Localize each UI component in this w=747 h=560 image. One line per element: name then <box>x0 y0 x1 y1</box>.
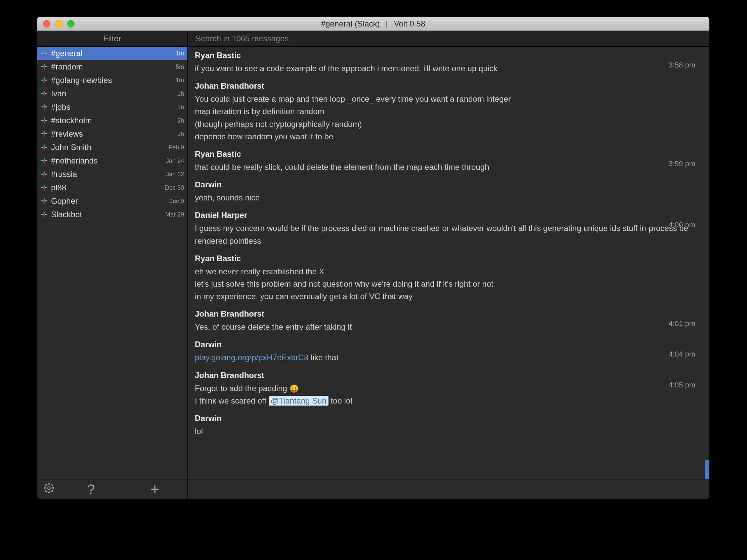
svg-rect-5 <box>45 66 47 67</box>
svg-rect-4 <box>41 66 44 67</box>
message-block: Darwinyeah, sounds nice <box>195 180 703 204</box>
svg-rect-10 <box>44 77 45 80</box>
sidebar-item-label: Slackbot <box>51 210 165 219</box>
add-button[interactable]: + <box>123 481 187 498</box>
message-author: Johan Brandhorst <box>195 309 703 319</box>
help-icon: ? <box>87 482 95 497</box>
gear-icon <box>44 482 54 496</box>
help-button[interactable]: ? <box>59 482 123 497</box>
title-separator: | <box>386 19 388 29</box>
svg-rect-9 <box>45 80 47 81</box>
sidebar-item-label: #jobs <box>51 102 177 112</box>
sidebar-item-label: John Smith <box>51 143 169 152</box>
sidebar-item-time: Dec 30 <box>165 184 184 191</box>
message-author: Ryan Bastic <box>195 150 703 159</box>
sidebar-item[interactable]: #stockholm2h <box>37 114 187 127</box>
slack-icon <box>40 116 48 125</box>
svg-rect-33 <box>45 160 47 161</box>
sidebar-item[interactable]: #jobs1h <box>37 100 187 114</box>
svg-rect-26 <box>44 131 45 134</box>
slack-icon <box>40 90 48 98</box>
svg-rect-12 <box>41 93 44 94</box>
sidebar-item[interactable]: #random5m <box>37 60 187 74</box>
sidebar-item-time: 5m <box>176 63 184 71</box>
settings-button[interactable] <box>39 482 59 496</box>
sidebar-item[interactable]: SlackbotMar 29 <box>37 208 187 221</box>
window-title: #general (Slack) | Volt 0.58 <box>37 19 710 29</box>
svg-rect-23 <box>44 121 45 124</box>
svg-rect-39 <box>44 175 45 177</box>
svg-rect-11 <box>44 81 45 83</box>
search-placeholder: Search in 1065 messages <box>196 34 289 43</box>
svg-rect-25 <box>45 133 47 134</box>
sidebar-item-time: Feb 9 <box>169 144 184 151</box>
message-author: Darwin <box>195 340 703 349</box>
message-author: Daniel Harper <box>195 211 703 220</box>
message-time: 3:59 pm <box>669 159 696 168</box>
message-line: play.golang.org/p/pxH7eExbrC8 like that <box>195 351 703 364</box>
sidebar-item-time: 1h <box>177 90 184 97</box>
slack-icon <box>40 143 48 152</box>
message-line: yeah, sounds nice <box>195 191 703 204</box>
message-link[interactable]: play.golang.org/p/pxH7eExbrC8 <box>195 353 308 362</box>
svg-rect-28 <box>41 147 44 148</box>
sidebar-item-label: #random <box>51 62 176 72</box>
message-line: let's just solve this problem and not qu… <box>195 278 703 290</box>
svg-rect-21 <box>45 120 47 121</box>
message-time: 3:58 pm <box>669 61 696 70</box>
message-line: You could just create a map and then loo… <box>195 93 703 105</box>
sidebar-item[interactable]: #reviews3h <box>37 127 187 141</box>
footer-left: ? + <box>37 479 188 499</box>
sidebar-item[interactable]: #netherlandsJan 24 <box>37 154 187 167</box>
svg-rect-32 <box>41 160 44 161</box>
svg-rect-22 <box>44 117 45 120</box>
footer: ? + <box>37 479 710 499</box>
svg-rect-40 <box>41 187 44 188</box>
sidebar-item[interactable]: Ivan1h <box>37 87 187 100</box>
svg-rect-37 <box>45 174 47 175</box>
message-line: eh we never really established the X <box>195 265 703 278</box>
message-line: if you want to see a code example of the… <box>195 62 703 75</box>
sidebar-item[interactable]: GopherDec 9 <box>37 194 187 208</box>
message-block: Ryan Basticeh we never really establishe… <box>195 254 703 303</box>
message-line: I guess my concern would be if the proce… <box>195 222 703 247</box>
sidebar-item[interactable]: #russiaJan 22 <box>37 167 187 181</box>
svg-rect-2 <box>44 50 45 53</box>
svg-rect-27 <box>44 134 45 137</box>
svg-rect-50 <box>44 212 45 214</box>
filter-input[interactable]: Filter <box>37 31 188 46</box>
mention[interactable]: @Tiantang Sun <box>269 396 329 405</box>
message-line: Yes, of course delete the entry after ta… <box>195 321 703 333</box>
message-line: in my experience, you can eventually get… <box>195 290 703 302</box>
svg-rect-15 <box>44 94 45 97</box>
slack-icon <box>40 211 48 218</box>
title-channel: #general (Slack) <box>321 19 380 29</box>
sidebar-item[interactable]: pl88Dec 30 <box>37 181 187 194</box>
message-block: Johan Brandhorst4:05 pmForgot to add the… <box>195 371 703 407</box>
sidebar-item-label: Gopher <box>51 196 168 206</box>
sidebar-item[interactable]: John SmithFeb 9 <box>37 141 187 154</box>
sidebar-item-time: Jan 24 <box>166 157 184 164</box>
titlebar: #general (Slack) | Volt 0.58 <box>37 17 710 31</box>
svg-point-52 <box>48 487 50 489</box>
message-author: Johan Brandhorst <box>195 371 703 380</box>
slack-icon <box>40 170 48 178</box>
svg-rect-13 <box>45 93 47 94</box>
sidebar-item[interactable]: #golang-newbies1m <box>37 74 187 87</box>
scrollbar-thumb[interactable] <box>705 460 710 479</box>
sidebar-item-label: Ivan <box>51 89 177 98</box>
svg-rect-20 <box>41 120 44 121</box>
sidebar-item-label: #stockholm <box>51 116 177 125</box>
messages-pane[interactable]: Ryan Bastic3:58 pmif you want to see a c… <box>188 47 710 479</box>
svg-rect-48 <box>41 214 44 215</box>
sidebar-item-label: pl88 <box>51 183 165 192</box>
svg-rect-30 <box>44 144 45 147</box>
svg-rect-6 <box>44 64 45 66</box>
message-block: Darwin4:04 pmplay.golang.org/p/pxH7eExbr… <box>195 340 703 364</box>
message-time: 4:05 pm <box>669 381 696 390</box>
sidebar-item[interactable]: #general1m <box>37 47 187 60</box>
filter-label: Filter <box>103 34 121 43</box>
search-input[interactable]: Search in 1065 messages <box>188 31 710 46</box>
svg-rect-3 <box>44 54 45 56</box>
svg-rect-29 <box>45 147 47 148</box>
